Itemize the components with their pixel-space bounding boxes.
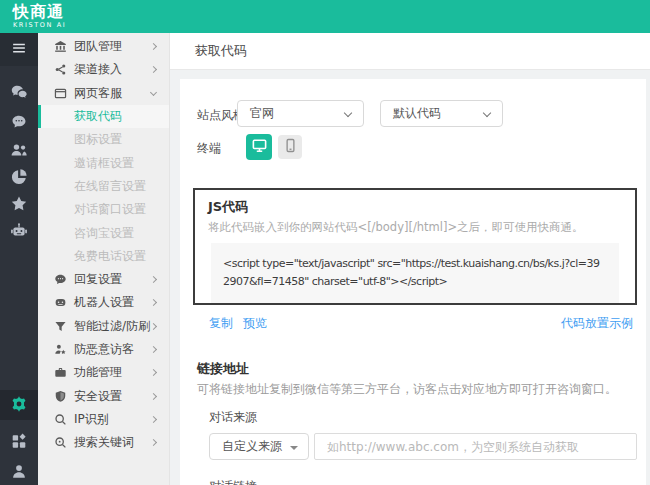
wechat-icon	[10, 83, 28, 104]
sidebar-item-web-service[interactable]: 网页客服	[38, 82, 169, 105]
chevron-right-icon	[150, 323, 157, 330]
sidebar-item-label: 渠道接入	[74, 61, 122, 78]
rail-item-chat[interactable]	[0, 108, 38, 138]
rail-item-settings[interactable]	[0, 390, 38, 420]
sidebar-item-channel[interactable]: 渠道接入	[38, 58, 169, 81]
chevron-right-icon	[150, 369, 157, 376]
rail-item-wechat[interactable]	[0, 78, 38, 108]
sidebar-item-team[interactable]: 团队管理	[38, 35, 169, 58]
sidebar-item-label: IP识别	[74, 411, 109, 428]
rail-item-favorites[interactable]	[0, 190, 38, 220]
sidebar-item-online-message[interactable]: 在线留言设置	[38, 175, 169, 198]
chat-bubble-icon	[10, 113, 28, 134]
rail-item-robot[interactable]	[0, 217, 38, 247]
sidebar-item-label: 智能过滤/防刷	[74, 318, 150, 335]
dialog-source-url-input[interactable]	[314, 433, 637, 460]
sidebar-item-get-code[interactable]: 获取代码	[38, 105, 169, 128]
sidebar-item-label: 防恶意访客	[74, 341, 134, 358]
sidebar-item-label: 对话窗口设置	[74, 201, 146, 218]
code-type-select[interactable]: 默认代码	[380, 100, 503, 127]
contacts-icon	[10, 141, 28, 162]
terminal-label: 终端	[197, 140, 221, 157]
sidebar-item-label: 功能管理	[74, 364, 122, 381]
code-type-selected-value: 默认代码	[393, 105, 441, 122]
collapse-menu-button[interactable]	[0, 33, 38, 66]
funnel-icon	[54, 320, 67, 333]
sidebar-item-label: 回复设置	[74, 271, 122, 288]
pie-chart-icon	[10, 168, 28, 189]
terminal-pc-button[interactable]	[246, 134, 272, 160]
dialog-source-selected-value: 自定义来源	[222, 438, 282, 455]
sidebar-item-label: 机器人设置	[74, 294, 134, 311]
logo-subtext: KRISTON AI	[13, 21, 66, 29]
page-title: 获取代码	[195, 42, 247, 60]
sidebar-item-reply-settings[interactable]: 回复设置	[38, 268, 169, 291]
briefcase-icon	[54, 366, 67, 379]
main-content: 获取代码 站点风格 官网 默认代码 终端 JS代码 将此代码嵌入到你的网站代码<…	[170, 33, 650, 485]
sidebar-item-dialog-window[interactable]: 对话窗口设置	[38, 198, 169, 221]
search-magnifier-icon	[54, 436, 67, 449]
sidebar-item-robot-settings[interactable]: 机器人设置	[38, 291, 169, 314]
code-line-1: <script type="text/javascript" src="http…	[223, 255, 607, 273]
chevron-right-icon	[150, 43, 157, 50]
next-section-partial-label: 对话链接	[209, 478, 257, 485]
sidebar-item-ip-detect[interactable]: IP识别	[38, 408, 169, 431]
sidebar-item-label: 免费电话设置	[74, 248, 146, 265]
site-style-select[interactable]: 官网	[237, 100, 364, 127]
sidebar-item-label: 网页客服	[74, 85, 122, 102]
terminal-mobile-button[interactable]	[278, 135, 302, 159]
chevron-right-icon	[150, 416, 157, 423]
chevron-right-icon	[150, 393, 157, 400]
reply-bubble-icon	[54, 273, 67, 286]
sidebar-item-free-call[interactable]: 免费电话设置	[38, 245, 169, 268]
sidebar-item-label: 咨询宝设置	[74, 225, 134, 242]
sidebar-item-function-mgmt[interactable]: 功能管理	[38, 361, 169, 384]
user-icon	[10, 462, 28, 483]
js-code-description: 将此代码嵌入到你的网站代码<[/body][/html]>之后，即可使用快商通。	[208, 220, 622, 235]
copy-code-link[interactable]: 复制	[209, 315, 233, 332]
sidebar-item-icon-settings[interactable]: 图标设置	[38, 128, 169, 151]
sidebar-item-invite-box[interactable]: 邀请框设置	[38, 151, 169, 174]
chevron-right-icon	[150, 276, 157, 283]
rail-item-contacts[interactable]	[0, 136, 38, 166]
sidebar-item-label: 团队管理	[74, 38, 122, 55]
js-code-title: JS代码	[208, 198, 622, 216]
sidebar-item-security[interactable]: 安全设置	[38, 384, 169, 407]
hamburger-icon	[10, 39, 28, 60]
robot-head-icon	[54, 296, 67, 309]
sidebar-item-smart-filter[interactable]: 智能过滤/防刷	[38, 315, 169, 338]
code-placement-example-link[interactable]: 代码放置示例	[561, 315, 633, 332]
settings-card: 站点风格 官网 默认代码 终端 JS代码 将此代码嵌入到你的网站代码<[/bod…	[180, 79, 646, 485]
page-title-bar: 获取代码	[170, 33, 650, 70]
smartphone-icon	[283, 138, 298, 156]
robot-icon	[10, 222, 28, 243]
sidebar-item-label: 邀请框设置	[74, 155, 134, 172]
chevron-right-icon	[150, 66, 157, 73]
dialog-source-label: 对话来源	[209, 409, 257, 426]
team-icon	[54, 40, 67, 53]
sidebar-item-label: 搜索关键词	[74, 434, 134, 451]
js-code-snippet[interactable]: <script type="text/javascript" src="http…	[211, 243, 619, 303]
triangle-down-icon	[290, 446, 298, 450]
site-style-selected-value: 官网	[250, 105, 274, 122]
sidebar-item-label: 图标设置	[74, 131, 122, 148]
logo-text: 快商通	[13, 3, 66, 21]
sidebar-item-consult-treasure[interactable]: 咨询宝设置	[38, 221, 169, 244]
dialog-source-select[interactable]: 自定义来源	[209, 433, 309, 460]
top-bar: 快商通 KRISTON AI	[0, 0, 650, 33]
chevron-down-icon	[344, 109, 352, 117]
link-address-title: 链接地址	[197, 360, 249, 378]
monitor-icon	[251, 137, 268, 157]
rail-item-apps[interactable]	[0, 427, 38, 457]
preview-code-link[interactable]: 预览	[243, 315, 267, 332]
channel-icon	[54, 63, 67, 76]
rail-item-account[interactable]	[0, 457, 38, 485]
rail-item-stats[interactable]	[0, 163, 38, 193]
browser-window-icon	[54, 87, 67, 100]
star-icon	[10, 195, 28, 216]
sidebar-item-block-malicious[interactable]: 防恶意访客	[38, 338, 169, 361]
gear-icon	[10, 395, 28, 416]
ip-magnifier-icon	[54, 413, 67, 426]
chevron-right-icon	[150, 439, 157, 446]
sidebar-item-search-keywords[interactable]: 搜索关键词	[38, 431, 169, 454]
